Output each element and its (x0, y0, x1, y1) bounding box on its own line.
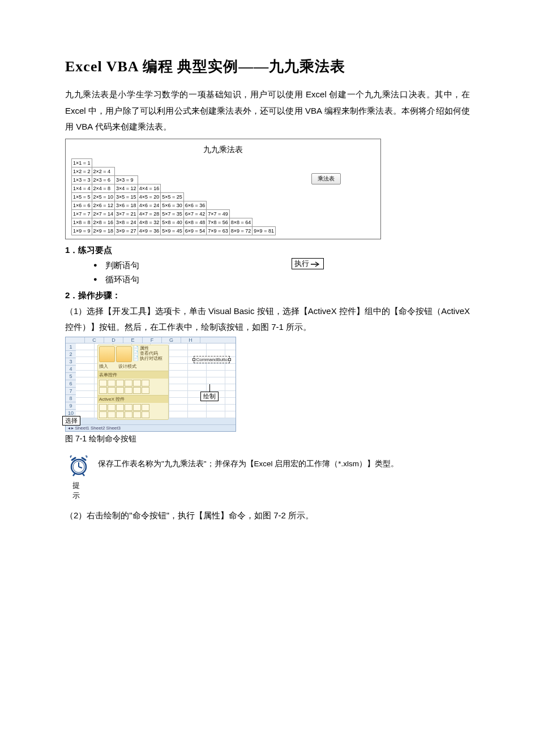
mult-cell: 1×3 = 3 (72, 175, 92, 184)
mult-cell: 6×9 = 54 (183, 226, 207, 235)
tip-box: 提 示 保存工作表名称为"九九乘法表"；并保存为【Excel 启用宏的工作簿（*… (65, 454, 470, 501)
mult-cell: 3×3 = 9 (115, 175, 138, 184)
select-callout: 选择 (62, 416, 80, 426)
figure-7-1-caption: 图 7-1 绘制命令按钮 (65, 434, 470, 444)
mult-cell: 3×4 = 12 (115, 184, 138, 192)
mult-cell: 1×1 = 1 (72, 158, 92, 167)
mult-cell: 8×8 = 64 (229, 218, 252, 226)
step-2-text: （2）右击绘制的"命令按钮"，执行【属性】命令，如图 7-2 所示。 (65, 508, 470, 524)
mult-cell: 1×8 = 8 (72, 218, 92, 226)
mult-cell: 4×7 = 28 (138, 209, 161, 218)
mult-cell: 6×6 = 36 (183, 201, 207, 209)
mult-cell: 3×6 = 18 (115, 201, 138, 209)
mult-cell: 1×2 = 2 (72, 167, 92, 175)
bullet-item: 判断语句 (105, 260, 139, 270)
draw-callout: 绘制 (200, 392, 219, 401)
step-1-text: （1）选择【开发工具】选项卡，单击 Visual Basic 按钮，选择【Act… (65, 303, 470, 336)
mult-cell: 5×8 = 40 (161, 218, 184, 226)
mult-cell: 5×5 = 25 (161, 192, 184, 201)
tip-text: 保存工作表名称为"九九乘法表"；并保存为【Excel 启用宏的工作簿（*.xls… (92, 454, 399, 471)
excel-row-headers: 1234567891011 (66, 343, 76, 424)
excel-screenshot: C D E F G H 1234567891011 📄 属性 📄 查看代码 📄 … (65, 337, 236, 432)
svg-line-4 (73, 474, 75, 476)
activex-controls-grid[interactable] (99, 404, 156, 418)
page-title: Excel VBA 编程 典型实例——九九乘法表 (65, 57, 470, 76)
mult-cell: 4×4 = 16 (138, 184, 161, 192)
bullet-item: 循环语句 (105, 274, 139, 284)
design-mode-icon[interactable] (116, 346, 132, 362)
bullets-wrap: 判断语句 循环语句 执行 (65, 258, 470, 287)
document-page: Excel VBA 编程 典型实例——九九乘法表 九九乘法表是小学生学习数学的一… (0, 0, 535, 756)
activex-controls-header: ActiveX 控件 (98, 395, 168, 403)
section-1-heading: 1．练习要点 (65, 245, 470, 256)
form-controls-grid[interactable] (99, 380, 156, 394)
mult-cell: 2×5 = 10 (92, 192, 115, 201)
tip-icon-column: 提 示 (65, 454, 92, 501)
mult-cell: 7×8 = 56 (207, 218, 230, 226)
section-2-heading: 2．操作步骤： (65, 290, 470, 301)
execute-callout: 执行 (292, 258, 324, 269)
mult-cell: 1×7 = 7 (72, 209, 92, 218)
mult-cell: 4×8 = 32 (138, 218, 161, 226)
multiplication-title: 九九乘法表 (71, 145, 375, 155)
mult-cell: 2×3 = 6 (92, 175, 115, 184)
mult-cell: 2×8 = 16 (92, 218, 115, 226)
mult-cell: 5×9 = 45 (161, 226, 184, 235)
excel-column-headers: C D E F G H (66, 337, 236, 343)
tip-label: 提 示 (65, 480, 92, 501)
mult-cell: 3×9 = 27 (115, 226, 138, 235)
svg-line-5 (83, 474, 84, 476)
form-controls-header: 表单控件 (98, 371, 168, 379)
mult-cell: 5×7 = 35 (161, 209, 184, 218)
mult-cell: 4×9 = 36 (138, 226, 161, 235)
mult-cell: 6×8 = 48 (183, 218, 207, 226)
mult-cell: 3×7 = 21 (115, 209, 138, 218)
mult-cell: 3×5 = 15 (115, 192, 138, 201)
multiplication-figure: 九九乘法表 1×1 = 11×2 = 22×2 = 41×3 = 32×3 = … (65, 139, 381, 239)
ribbon-controls-panel: 📄 属性 📄 查看代码 📄 执行对话框 插入 设计模式 表单控件 (97, 345, 169, 420)
mult-cell: 5×6 = 30 (161, 201, 184, 209)
mult-cell: 7×7 = 49 (207, 209, 230, 218)
mult-cell: 2×4 = 8 (92, 184, 115, 192)
mult-cell: 1×5 = 5 (72, 192, 92, 201)
mult-cell: 4×5 = 20 (138, 192, 161, 201)
mult-cell: 7×9 = 63 (207, 226, 230, 235)
practice-points-list: 判断语句 循环语句 (65, 258, 470, 287)
multiplication-table: 1×1 = 11×2 = 22×2 = 41×3 = 32×3 = 63×3 =… (71, 158, 276, 235)
multiplication-button[interactable]: 乘法表 (311, 173, 341, 184)
mult-cell: 1×4 = 4 (72, 184, 92, 192)
mult-cell: 4×6 = 24 (138, 201, 161, 209)
sheet-tabs[interactable]: ◂ ▸ Sheet1 Sheet2 Sheet3 (66, 424, 236, 431)
mult-cell: 2×2 = 4 (92, 167, 115, 175)
excel-grid: 📄 属性 📄 查看代码 📄 执行对话框 插入 设计模式 表单控件 (76, 343, 236, 418)
mult-cell: 2×9 = 18 (92, 226, 115, 235)
mult-cell: 9×9 = 81 (252, 226, 276, 235)
mult-cell: 1×9 = 9 (72, 226, 92, 235)
mult-cell: 3×8 = 24 (115, 218, 138, 226)
mult-cell: 6×7 = 42 (183, 209, 207, 218)
command-button-object[interactable]: CommandButto (194, 356, 230, 363)
mult-cell: 2×6 = 12 (92, 201, 115, 209)
alarm-clock-icon (67, 454, 90, 477)
insert-icon[interactable] (99, 346, 115, 362)
mult-cell: 8×9 = 72 (229, 226, 252, 235)
mult-cell: 1×6 = 6 (72, 201, 92, 209)
mult-cell: 2×7 = 14 (92, 209, 115, 218)
intro-paragraph: 九九乘法表是小学生学习数学的一项基础知识，用户可以使用 Excel 创建一个九九… (65, 87, 470, 135)
